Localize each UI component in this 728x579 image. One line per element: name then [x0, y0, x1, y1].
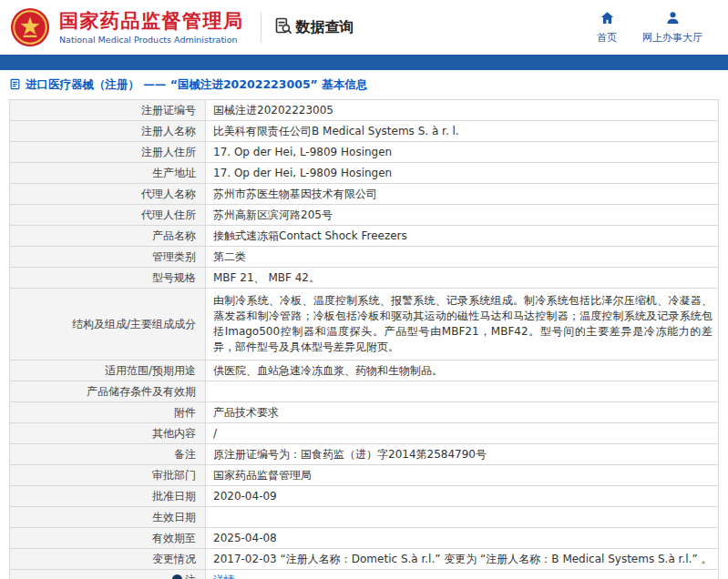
- row-label: 注册人住所: [141, 146, 196, 158]
- row-label: 批准日期: [152, 490, 196, 503]
- row-value-cell: [206, 381, 719, 402]
- note-bullet-icon: [172, 574, 182, 579]
- table-row: 注册人住所17. Op der Hei, L-9809 Hosingen: [10, 142, 719, 163]
- row-value-cell: 供医院、血站急速冷冻血浆、药物和生物制品。: [206, 361, 719, 381]
- table-row: 变更情况2017-02-03 “注册人名称：Dometic S.à r.l.” …: [10, 549, 719, 570]
- data-query-section[interactable]: 数据查询: [274, 16, 354, 38]
- breadcrumb-text: 进口医疗器械（注册） —— “国械注进20202223005” 基本信息: [26, 77, 367, 93]
- table-row: 管理类别第二类: [10, 247, 719, 268]
- table-row: 代理人住所苏州高新区滨河路205号: [10, 205, 719, 226]
- row-label: 注: [185, 574, 196, 579]
- table-wrap: 注册证编号国械注进20202223005注册人名称比美科有限责任公司B Medi…: [0, 99, 728, 579]
- row-value: MBF 21、 MBF 42。: [213, 271, 320, 284]
- agency-name-cn: 国家药品监督管理局: [59, 10, 244, 32]
- row-value-cell: 17. Op der Hei, L-9809 Hosingen: [206, 163, 719, 184]
- row-value-cell: 国械注进20202223005: [206, 100, 719, 121]
- table-row: 代理人名称苏州市苏医生物基因技术有限公司: [10, 184, 719, 205]
- agency-name-en: National Medical Products Administration: [59, 35, 244, 45]
- nav-service-hall-label: 网上办事大厅: [642, 31, 702, 45]
- row-value-cell: 原注册证编号为：国食药监（进）字2014第2584790号: [206, 444, 719, 465]
- row-label: 其他内容: [152, 427, 196, 440]
- table-row: 生效日期: [10, 507, 719, 528]
- row-label-cell: 附件: [10, 402, 206, 423]
- row-value: 产品技术要求: [213, 406, 279, 419]
- row-label: 产品储存条件及有效期: [87, 385, 196, 398]
- table-row: 审批部门国家药品监督管理局: [10, 465, 719, 486]
- row-label-cell: 代理人名称: [10, 184, 206, 205]
- row-value: 17. Op der Hei, L-9809 Hosingen: [213, 167, 392, 179]
- row-value-cell: 产品技术要求: [206, 402, 719, 423]
- row-label-cell: 注册人住所: [10, 142, 206, 163]
- person-icon: [665, 10, 681, 28]
- table-row: 批准日期2020-04-09: [10, 486, 719, 507]
- row-label-cell: 注: [10, 570, 206, 579]
- table-row: 其他内容/: [10, 423, 719, 444]
- row-label: 有效期至: [152, 532, 196, 544]
- detail-link[interactable]: 详情: [213, 574, 235, 579]
- row-value-cell: MBF 21、 MBF 42。: [206, 268, 719, 289]
- row-label-cell: 变更情况: [10, 549, 206, 570]
- table-row: 生产地址17. Op der Hei, L-9809 Hosingen: [10, 163, 719, 184]
- row-label-cell: 适用范围/预期用途: [10, 361, 206, 381]
- row-label-cell: 有效期至: [10, 528, 206, 549]
- row-value: 2017-02-03 “注册人名称：Dometic S.à r.l.” 变更为 …: [213, 553, 712, 565]
- row-value-cell: 17. Op der Hei, L-9809 Hosingen: [206, 142, 719, 163]
- nav-item-home[interactable]: 首页: [597, 10, 617, 45]
- row-value: 比美科有限责任公司B Medical Systems S. à r. l.: [213, 125, 459, 137]
- row-label: 代理人住所: [141, 208, 196, 221]
- row-label-cell: 其他内容: [10, 423, 206, 444]
- row-value: 接触式速冻箱Contact Shock Freezers: [213, 229, 407, 242]
- row-label-cell: 产品名称: [10, 226, 206, 247]
- data-search-icon: [274, 16, 292, 38]
- table-row: 注册人名称比美科有限责任公司B Medical Systems S. à r. …: [10, 121, 719, 142]
- site-header: 国家药品监督管理局 National Medical Products Admi…: [0, 0, 728, 55]
- table-row: 型号规格MBF 21、 MBF 42。: [10, 268, 719, 289]
- row-label: 结构及组成/主要组成成分: [72, 318, 196, 330]
- row-value-cell: 比美科有限责任公司B Medical Systems S. à r. l.: [206, 121, 719, 142]
- table-row: 产品储存条件及有效期: [10, 381, 719, 402]
- header-divider: [261, 12, 261, 43]
- row-value: 由制冷系统、冷板、温度控制系统、报警系统、记录系统组成。制冷系统包括比泽尔压缩机…: [213, 294, 713, 353]
- row-label: 生产地址: [152, 167, 196, 179]
- row-label-cell: 产品储存条件及有效期: [10, 381, 206, 402]
- info-table: 注册证编号国械注进20202223005注册人名称比美科有限责任公司B Medi…: [9, 99, 719, 579]
- row-value: 苏州市苏医生物基因技术有限公司: [213, 188, 377, 200]
- document-icon: [9, 78, 21, 93]
- table-row: 备注原注册证编号为：国食药监（进）字2014第2584790号: [10, 444, 719, 465]
- row-value: 国械注进20202223005: [213, 104, 333, 117]
- row-value-cell: 苏州高新区滨河路205号: [206, 205, 719, 226]
- row-label: 产品名称: [152, 229, 196, 242]
- table-row: 产品名称接触式速冻箱Contact Shock Freezers: [10, 226, 719, 247]
- table-row: 适用范围/预期用途供医院、血站急速冷冻血浆、药物和生物制品。: [10, 361, 719, 381]
- row-value: 供医院、血站急速冷冻血浆、药物和生物制品。: [213, 364, 443, 377]
- row-label: 变更情况: [152, 553, 196, 565]
- row-value: 2020-04-09: [213, 490, 277, 503]
- row-value-cell: 由制冷系统、冷板、温度控制系统、报警系统、记录系统组成。制冷系统包括比泽尔压缩机…: [206, 289, 719, 361]
- table-row: 有效期至2025-04-08: [10, 528, 719, 549]
- row-value-cell: 2017-02-03 “注册人名称：Dometic S.à r.l.” 变更为 …: [206, 549, 719, 570]
- nav-home-label: 首页: [597, 31, 617, 45]
- row-value-cell: 接触式速冻箱Contact Shock Freezers: [206, 226, 719, 247]
- row-label-cell: 代理人住所: [10, 205, 206, 226]
- row-value-cell: /: [206, 423, 719, 444]
- nav-item-service-hall[interactable]: 网上办事大厅: [642, 10, 702, 45]
- row-label-cell: 生产地址: [10, 163, 206, 184]
- row-value-cell: 2025-04-08: [206, 528, 719, 549]
- row-value: 2025-04-08: [213, 532, 277, 544]
- row-label: 型号规格: [152, 271, 196, 284]
- row-label-cell: 型号规格: [10, 268, 206, 289]
- row-value: 原注册证编号为：国食药监（进）字2014第2584790号: [213, 448, 487, 461]
- row-label-cell: 注册证编号: [10, 100, 206, 121]
- table-row: 注详情: [10, 570, 719, 579]
- row-label: 注册人名称: [141, 125, 196, 137]
- row-label-cell: 结构及组成/主要组成成分: [10, 289, 206, 361]
- row-value-cell: [206, 507, 719, 528]
- row-label: 代理人名称: [141, 188, 196, 200]
- row-value-cell: 国家药品监督管理局: [206, 465, 719, 486]
- row-value-cell: 苏州市苏医生物基因技术有限公司: [206, 184, 719, 205]
- table-row: 结构及组成/主要组成成分由制冷系统、冷板、温度控制系统、报警系统、记录系统组成。…: [10, 289, 719, 361]
- row-value: 国家药品监督管理局: [213, 469, 312, 482]
- top-nav: 首页 网上办事大厅: [597, 10, 715, 45]
- row-label-cell: 生效日期: [10, 507, 206, 528]
- info-table-body: 注册证编号国械注进20202223005注册人名称比美科有限责任公司B Medi…: [10, 100, 719, 579]
